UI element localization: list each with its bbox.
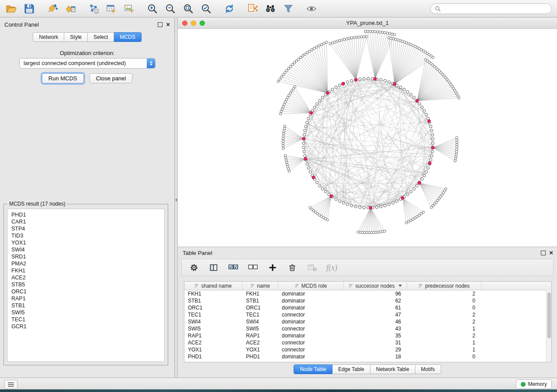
table-row[interactable]: RAP1RAP1dominator352 bbox=[184, 332, 551, 339]
mcds-result-item[interactable]: PHD1 bbox=[11, 211, 160, 218]
table-row[interactable]: STB1STB1dominator620 bbox=[184, 297, 551, 304]
table-tab-motifs[interactable]: Motifs bbox=[415, 364, 441, 374]
mcds-result-item[interactable]: TEC1 bbox=[11, 316, 160, 323]
table-row[interactable]: SWI4SWI4dominator462 bbox=[184, 318, 551, 325]
mcds-result-item[interactable]: STP4 bbox=[11, 225, 160, 232]
mcds-button-row: Run MCDS Close panel bbox=[0, 73, 174, 83]
task-history-button[interactable] bbox=[4, 380, 17, 389]
import-network-icon[interactable] bbox=[46, 3, 58, 14]
cell-shared-name: RAP1 bbox=[184, 333, 242, 339]
mcds-result-item[interactable]: SRD1 bbox=[11, 253, 160, 260]
add-row-icon[interactable] bbox=[267, 262, 278, 273]
tab-network[interactable]: Network bbox=[33, 32, 64, 42]
table-header-row: shared namenameMCDS rolesuccessor nodesp… bbox=[184, 282, 551, 290]
table-tab-edge-table[interactable]: Edge Table bbox=[332, 364, 370, 374]
column-header-successor-nodes[interactable]: successor nodes bbox=[344, 282, 407, 290]
table-tab-network-table[interactable]: Network Table bbox=[370, 364, 415, 374]
mcds-result-item[interactable]: TID3 bbox=[11, 232, 160, 239]
network-canvas[interactable] bbox=[178, 29, 557, 247]
window-zoom-icon[interactable] bbox=[200, 21, 205, 26]
refresh-layout-icon[interactable] bbox=[223, 3, 235, 14]
new-network-icon[interactable] bbox=[87, 3, 99, 14]
import-table-icon[interactable] bbox=[64, 3, 76, 14]
search-network-icon[interactable] bbox=[264, 3, 276, 14]
new-table-icon[interactable] bbox=[105, 3, 117, 14]
zoom-selected-icon[interactable] bbox=[200, 3, 212, 14]
close-panel-button[interactable]: Close panel bbox=[90, 73, 133, 83]
save-session-icon[interactable] bbox=[23, 3, 35, 14]
memory-button[interactable]: Memory bbox=[516, 379, 552, 389]
open-file-icon[interactable] bbox=[5, 3, 17, 14]
column-header-MCDS-role[interactable]: MCDS role bbox=[278, 282, 344, 290]
network-graph[interactable] bbox=[178, 29, 557, 247]
table-tab-node-table[interactable]: Node Table bbox=[294, 364, 332, 374]
table-scrollbar[interactable] bbox=[546, 290, 551, 362]
tab-mcds[interactable]: MCDS bbox=[114, 32, 141, 42]
node-table: shared namenameMCDS rolesuccessor nodesp… bbox=[184, 281, 552, 362]
mcds-result-item[interactable]: CAR1 bbox=[11, 218, 160, 225]
close-table-panel-icon[interactable]: × bbox=[549, 250, 553, 255]
mcds-result-item[interactable]: RAP1 bbox=[11, 295, 160, 302]
memory-status-icon bbox=[521, 382, 526, 387]
mcds-result-item[interactable]: ACE2 bbox=[11, 274, 160, 281]
table-row[interactable]: SWI5SWI5connector431 bbox=[184, 325, 551, 332]
mcds-result-item[interactable]: GCR1 bbox=[11, 323, 160, 330]
mcds-result-item[interactable]: SWI4 bbox=[11, 246, 160, 253]
table-row[interactable]: YOX1YOX1connector291 bbox=[184, 346, 551, 353]
filter-icon[interactable] bbox=[282, 3, 294, 14]
close-panel-icon[interactable]: × bbox=[166, 22, 170, 27]
select-all-icon[interactable] bbox=[228, 262, 239, 273]
deselect-all-icon[interactable] bbox=[248, 262, 258, 273]
panel-splitter[interactable] bbox=[175, 18, 178, 378]
table-row[interactable]: ACE2ACE2connector311 bbox=[184, 339, 551, 346]
search-box[interactable] bbox=[430, 3, 552, 14]
export-image-icon[interactable] bbox=[123, 3, 135, 14]
tab-style[interactable]: Style bbox=[64, 32, 88, 42]
cell-predecessor-nodes: 1 bbox=[407, 347, 481, 353]
run-mcds-button[interactable]: Run MCDS bbox=[42, 73, 84, 83]
cell-name: ORC1 bbox=[242, 305, 278, 311]
delete-row-icon[interactable] bbox=[287, 262, 298, 273]
table-tabs: Node TableEdge TableNetwork TableMotifs bbox=[178, 364, 557, 374]
search-input[interactable] bbox=[443, 5, 547, 12]
table-row[interactable]: TEC1TEC1connector472 bbox=[184, 311, 551, 318]
show-graphics-icon[interactable] bbox=[305, 3, 317, 14]
table-row[interactable]: ORC1ORC1dominator610 bbox=[184, 304, 551, 311]
gear-icon[interactable] bbox=[189, 262, 199, 273]
cell-name: FKH1 bbox=[242, 291, 278, 297]
table-row[interactable]: FKH1FKH1dominator962 bbox=[184, 290, 551, 297]
mcds-result-item[interactable]: SWI5 bbox=[11, 309, 160, 316]
float-panel-icon[interactable] bbox=[158, 22, 163, 27]
control-panel: Control Panel × NetworkStyleSelectMCDS O… bbox=[0, 18, 175, 378]
cell-name: RAP1 bbox=[242, 333, 278, 339]
mcds-result-item[interactable]: STB5 bbox=[11, 281, 160, 288]
zoom-out-icon[interactable] bbox=[164, 3, 176, 14]
mcds-result-item[interactable]: YOX1 bbox=[11, 239, 160, 246]
sort-dropdown-icon[interactable] bbox=[398, 285, 402, 287]
column-header-shared-name[interactable]: shared name bbox=[184, 282, 242, 290]
mcds-result-item[interactable]: STB1 bbox=[11, 302, 160, 309]
table-row[interactable]: PHD1PHD1dominator180 bbox=[184, 353, 551, 360]
zoom-fit-icon[interactable] bbox=[182, 3, 194, 14]
mcds-result-list[interactable]: PHD1CAR1STP4TID3YOX1SWI4SRD1PMA2FKH1ACE2… bbox=[7, 209, 165, 362]
cell-successor-nodes: 29 bbox=[344, 347, 407, 353]
control-panel-title: Control Panel bbox=[4, 21, 39, 28]
cell-name: STB1 bbox=[242, 298, 278, 304]
float-table-panel-icon[interactable] bbox=[541, 251, 546, 255]
mcds-result-item[interactable]: ORC1 bbox=[11, 288, 160, 295]
cell-name: ACE2 bbox=[242, 340, 278, 346]
mcds-result-item[interactable]: PMA2 bbox=[11, 260, 160, 267]
zoom-in-icon[interactable] bbox=[146, 3, 158, 14]
scrollbar-thumb[interactable] bbox=[547, 292, 551, 338]
window-minimize-icon[interactable] bbox=[191, 21, 196, 26]
column-header-predecessor-nodes[interactable]: predecessor nodes bbox=[407, 282, 481, 290]
column-header-name[interactable]: name bbox=[242, 282, 278, 290]
cell-successor-nodes: 46 bbox=[344, 319, 407, 325]
show-columns-icon[interactable] bbox=[208, 262, 219, 273]
window-close-icon[interactable] bbox=[182, 21, 187, 26]
criterion-select[interactable]: largest connected component (undirected) bbox=[19, 58, 156, 69]
export-network-icon[interactable] bbox=[246, 3, 258, 14]
mcds-result-item[interactable]: FKH1 bbox=[11, 267, 160, 274]
collapse-splitter-icon[interactable] bbox=[175, 198, 177, 202]
tab-select[interactable]: Select bbox=[88, 32, 114, 42]
